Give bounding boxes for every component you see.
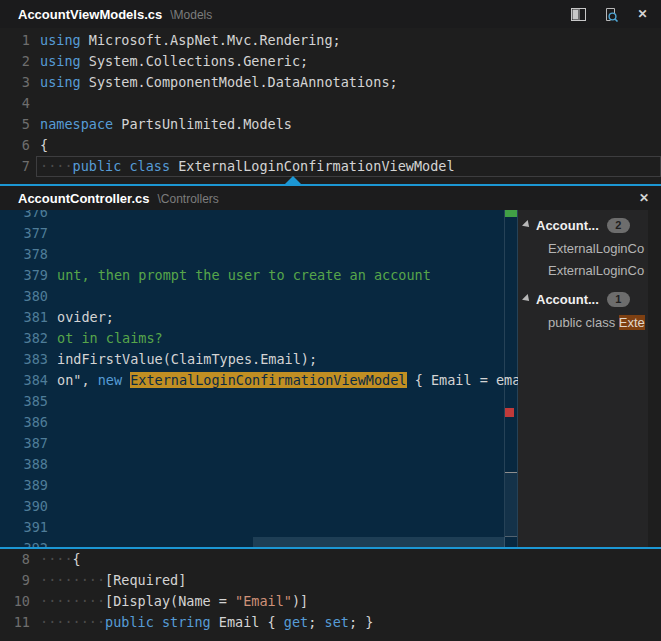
code-line[interactable]: 3using System.ComponentModel.DataAnnotat… [0, 72, 661, 93]
reference-match-highlight: Exte [619, 315, 645, 330]
references-tree: Account... 2 ExternalLoginCo ExternalLog… [518, 210, 648, 547]
code-line[interactable]: 376 [0, 210, 518, 223]
line-number: 386 [0, 412, 48, 433]
code-line[interactable]: 2using System.Collections.Generic; [0, 51, 661, 72]
code-line[interactable]: 383indFirstValue(ClaimTypes.Email); [0, 349, 518, 370]
code-line[interactable]: 4 [0, 93, 661, 114]
code-editor-top[interactable]: 1using Microsoft.AspNet.Mvc.Rendering;2u… [0, 30, 661, 177]
code-text: ········[Display(Name = "Email")] [40, 591, 308, 612]
code-line[interactable]: 1using Microsoft.AspNet.Mvc.Rendering; [0, 30, 661, 51]
line-number: 383 [0, 349, 48, 370]
split-editor-button[interactable] [570, 6, 587, 23]
code-text: namespace PartsUnlimited.Models [40, 114, 292, 135]
code-text: indFirstValue(ClaimTypes.Email); [57, 349, 317, 370]
reference-file-label: Account... [536, 292, 599, 307]
line-number: 377 [0, 223, 48, 244]
code-line[interactable]: 378 [0, 244, 518, 265]
code-line[interactable]: 388 [0, 454, 518, 475]
vertical-scrollbar-slider[interactable] [505, 472, 517, 537]
code-editor-bottom[interactable]: 8····{9········[Required]10········[Disp… [0, 549, 661, 633]
peek-code-lines: 376377378379unt, then prompt the user to… [0, 210, 518, 547]
line-number: 381 [0, 307, 48, 328]
line-number: 389 [0, 475, 48, 496]
line-number: 388 [0, 454, 48, 475]
line-number: 384 [0, 370, 48, 391]
code-line[interactable]: 385 [0, 391, 518, 412]
reference-count-badge: 2 [607, 218, 630, 233]
reference-file-group[interactable]: Account... 2 [518, 214, 648, 236]
line-number: 3 [0, 72, 30, 93]
peek-vertical-scrollbar[interactable] [504, 210, 518, 547]
code-line[interactable]: 7····public class ExternalLoginConfirmat… [0, 156, 661, 177]
line-number: 379 [0, 265, 48, 286]
reference-file-label: Account... [536, 218, 599, 233]
code-text: on", new ExternalLoginConfirmationViewMo… [57, 370, 518, 391]
line-number: 1 [0, 30, 30, 51]
twistie-expanded-icon [522, 220, 532, 230]
twistie-expanded-icon [522, 294, 532, 304]
code-text: using Microsoft.AspNet.Mvc.Rendering; [40, 30, 341, 51]
editor-title: AccountViewModels.cs \Models [0, 7, 212, 22]
code-line[interactable]: 11········public string Email { get; set… [0, 612, 661, 633]
line-number: 382 [0, 328, 48, 349]
peek-filename: AccountController.cs [18, 191, 149, 206]
peek-code-editor[interactable]: 376377378379unt, then prompt the user to… [0, 210, 518, 547]
line-number: 10 [0, 591, 30, 612]
code-line[interactable]: 379unt, then prompt the user to create a… [0, 265, 518, 286]
line-number: 391 [0, 517, 48, 538]
code-line[interactable]: 384on", new ExternalLoginConfirmationVie… [0, 370, 518, 391]
peek-close-button[interactable]: ✕ [636, 190, 652, 206]
code-line[interactable]: 389 [0, 475, 518, 496]
code-line[interactable]: 6{ [0, 135, 661, 156]
line-number: 6 [0, 135, 30, 156]
reference-item[interactable]: ExternalLoginCo [518, 237, 648, 259]
code-text: ot in claims? [57, 328, 163, 349]
code-line[interactable]: 380 [0, 286, 518, 307]
code-text: ········[Required] [40, 570, 186, 591]
editor-filepath: \Models [170, 8, 212, 22]
line-number: 376 [0, 210, 48, 223]
line-number: 390 [0, 496, 48, 517]
code-text: ········public string Email { get; set; … [40, 612, 373, 633]
reference-file-group[interactable]: Account... 1 [518, 288, 648, 310]
horizontal-scrollbar-slider[interactable] [253, 537, 505, 547]
code-line[interactable]: 387 [0, 433, 518, 454]
line-number: 8 [0, 549, 30, 570]
line-number: 378 [0, 244, 48, 265]
code-text: unt, then prompt the user to create an a… [57, 265, 431, 286]
code-line[interactable]: 377 [0, 223, 518, 244]
code-line[interactable]: 10········[Display(Name = "Email")] [0, 591, 661, 612]
close-editor-button[interactable]: ✕ [634, 6, 651, 23]
code-text: using System.Collections.Generic; [40, 51, 308, 72]
code-line[interactable]: 9········[Required] [0, 570, 661, 591]
code-text: ····{ [40, 549, 81, 570]
line-number: 387 [0, 433, 48, 454]
overview-ruler-red-mark [505, 408, 514, 417]
references-scrollbar-track[interactable] [648, 210, 661, 547]
reference-item-label: ExternalLoginCo [548, 263, 644, 278]
reference-item[interactable]: ExternalLoginCo [518, 259, 648, 281]
line-number: 380 [0, 286, 48, 307]
code-line[interactable]: 390 [0, 496, 518, 517]
line-number: 4 [0, 93, 30, 114]
line-number: 5 [0, 114, 30, 135]
close-icon: ✕ [637, 7, 647, 21]
peek-title: AccountController.cs \Controllers [0, 191, 219, 206]
code-line[interactable]: 5namespace PartsUnlimited.Models [0, 114, 661, 135]
code-line[interactable]: 386 [0, 412, 518, 433]
code-text: ovider; [57, 307, 114, 328]
code-line[interactable]: 391 [0, 517, 518, 538]
code-text: using System.ComponentModel.DataAnnotati… [40, 72, 398, 93]
open-preview-button[interactable] [602, 6, 619, 23]
peek-filepath: \Controllers [157, 192, 218, 206]
line-number: 7 [0, 156, 30, 177]
vscode-editor-window: AccountViewModels.cs \Models [0, 0, 661, 641]
code-line[interactable]: 8····{ [0, 549, 661, 570]
code-line[interactable]: 381ovider; [0, 307, 518, 328]
line-number: 385 [0, 391, 48, 412]
editor-title-bar: AccountViewModels.cs \Models [0, 0, 661, 28]
code-line[interactable]: 382ot in claims? [0, 328, 518, 349]
line-number: 2 [0, 51, 30, 72]
overview-ruler-green-mark [505, 210, 517, 217]
reference-item-selected[interactable]: public class Exte [518, 311, 648, 333]
